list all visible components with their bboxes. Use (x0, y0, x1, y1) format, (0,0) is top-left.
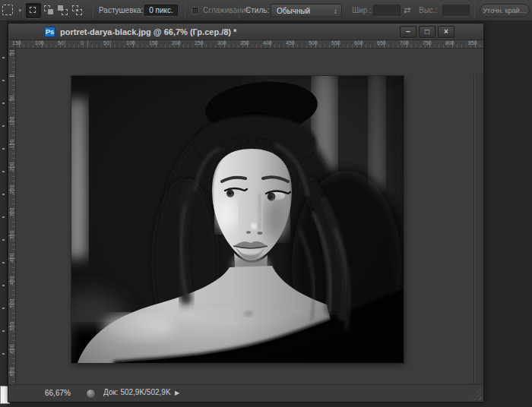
options-bar: ▾ Растушевка: 0 пикс. Сглаживание Стиль:… (0, 0, 532, 21)
ruler-label: 600 (354, 40, 363, 46)
width-input[interactable] (373, 5, 401, 17)
ruler-label: 50 (103, 40, 109, 46)
ruler-label: 550 (331, 40, 340, 46)
ruler-label: 650 (9, 361, 14, 383)
photoshop-file-icon: Ps (44, 27, 55, 37)
ruler-label: 50 (9, 43, 14, 64)
photo-canvas[interactable] (71, 76, 404, 363)
minimize-button[interactable]: – (400, 26, 416, 38)
width-label: Шир.: (352, 6, 372, 14)
ruler-label: 200 (172, 40, 181, 46)
separator (239, 2, 239, 19)
rectangular-marquee-icon (2, 5, 13, 15)
ruler-label: 600 (9, 339, 14, 360)
zoom-level-field[interactable]: 66,67% (45, 387, 80, 399)
ruler-label: 500 (309, 40, 318, 46)
document-window: Ps portret-darya-black.jpg @ 66,7% (Гр.с… (8, 23, 484, 402)
ruler-label: 350 (9, 225, 14, 246)
ruler-label: 500 (9, 293, 14, 314)
antialias-label: Сглаживание (203, 6, 250, 14)
style-label: Стиль: (245, 6, 269, 14)
ruler-label: 800 (445, 40, 454, 46)
ruler-label: 100 (126, 40, 135, 46)
swap-dimensions-icon[interactable]: ⇄ (404, 5, 410, 15)
style-select-value: Обычный (277, 7, 310, 15)
tool-preset-picker[interactable]: ▾ (2, 3, 21, 18)
ruler-label: 0 (81, 40, 84, 46)
resize-grip[interactable] (470, 388, 482, 400)
status-flyout-arrow[interactable]: ▶ (172, 388, 182, 399)
ruler-label: 650 (377, 40, 386, 46)
subtract-from-selection-button[interactable] (55, 3, 71, 18)
ruler-label: 450 (286, 40, 295, 46)
ruler-label: 300 (217, 40, 226, 46)
ruler-label: 100 (35, 40, 44, 46)
ruler-label: 400 (9, 248, 14, 269)
horizontal-ruler[interactable]: 1501005005010015020025030035040045050055… (16, 40, 483, 49)
chevron-down-icon: ▾ (18, 8, 21, 14)
subtract-selection-icon (62, 9, 68, 15)
separator (23, 2, 24, 19)
combo-arrows-icon: ↕ (334, 7, 337, 15)
ruler-label: 300 (9, 202, 14, 223)
intersect-selection-button[interactable] (70, 3, 85, 18)
ruler-label: 0 (9, 65, 14, 87)
maximize-button[interactable]: □ (419, 26, 435, 38)
status-circle-icon (86, 389, 96, 399)
ruler-label: 450 (9, 270, 14, 292)
separator (185, 2, 185, 19)
height-input[interactable] (442, 5, 470, 17)
refine-edge-button[interactable]: Уточн. край… (480, 4, 530, 17)
ruler-label: 150 (9, 134, 14, 155)
ruler-label: 700 (400, 40, 409, 46)
add-to-selection-button[interactable] (42, 3, 57, 18)
document-title-bar[interactable]: Ps portret-darya-black.jpg @ 66,7% (Гр.с… (8, 24, 483, 40)
tools-panel-edge[interactable] (0, 21, 8, 407)
vertical-scrollbar[interactable] (473, 74, 483, 386)
ruler-label: 250 (9, 179, 14, 200)
close-button[interactable]: × (438, 26, 454, 38)
document-title: portret-darya-black.jpg @ 66,7% (Гр.сер.… (60, 27, 236, 36)
ruler-label: 400 (263, 40, 272, 46)
separator (474, 2, 475, 19)
ruler-label: 350 (240, 40, 249, 46)
new-selection-button[interactable] (26, 3, 41, 18)
ruler-label: 250 (195, 40, 204, 46)
ruler-label: 200 (9, 156, 14, 178)
ruler-label: 50 (58, 40, 64, 46)
ruler-label: 150 (149, 40, 158, 46)
ruler-label: 50 (9, 88, 14, 109)
status-bar: 66,67% Док: 502,9K/502,9K ▶ (8, 384, 483, 402)
vertical-ruler[interactable]: 5005010015020025030035040045050055060065… (8, 49, 16, 386)
feather-label: Растушевка: (99, 6, 143, 14)
height-label: Выс.: (419, 6, 437, 14)
style-select[interactable]: Обычный ↕ (271, 4, 342, 17)
feather-input[interactable]: 0 пикс. (144, 5, 178, 17)
separator (93, 2, 93, 19)
new-selection-icon (30, 7, 36, 13)
document-size-info: Док: 502,9K/502,9K (103, 388, 171, 396)
antialias-checkbox[interactable] (192, 7, 199, 14)
canvas-area[interactable] (16, 49, 483, 386)
ruler-label: 550 (9, 316, 14, 337)
ruler-label: 850 (468, 40, 477, 46)
ruler-label: 100 (9, 111, 14, 132)
ruler-label: 750 (423, 40, 432, 46)
portrait-image (71, 76, 404, 363)
